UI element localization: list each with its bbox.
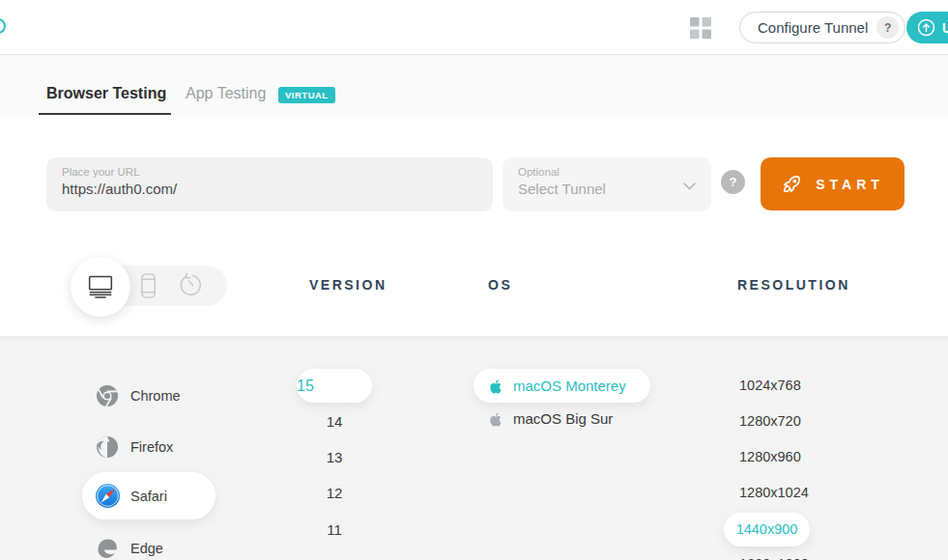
device-desktop-button[interactable] bbox=[71, 257, 130, 317]
top-bar: Configure Tunnel ? U bbox=[0, 0, 948, 55]
configure-tunnel-button[interactable]: Configure Tunnel ? bbox=[739, 12, 905, 43]
tunnel-select-label: Optional bbox=[518, 166, 696, 178]
resolution-item[interactable]: 1280x720 bbox=[739, 413, 801, 429]
tunnel-select-value: Select Tunnel bbox=[518, 181, 696, 197]
url-field[interactable]: Place your URL bbox=[46, 157, 493, 211]
url-input[interactable] bbox=[62, 181, 468, 197]
device-mobile-button[interactable] bbox=[137, 272, 159, 302]
browser-label: Edge bbox=[130, 541, 163, 556]
os-label: macOS Big Sur bbox=[513, 410, 613, 427]
history-icon bbox=[180, 272, 206, 298]
tab-bar: Browser Testing App Testing VIRTUAL bbox=[0, 55, 948, 116]
resolution-item[interactable]: 1024x768 bbox=[739, 378, 801, 393]
desktop-icon bbox=[84, 273, 117, 300]
safari-icon bbox=[95, 483, 121, 509]
browser-item-edge[interactable]: Edge bbox=[82, 526, 215, 560]
configuration-list: Chrome Firefox Safari bbox=[0, 336, 948, 560]
apps-grid-icon[interactable] bbox=[690, 17, 711, 39]
browser-item-chrome[interactable]: Chrome bbox=[82, 374, 215, 418]
start-label: START bbox=[816, 177, 884, 192]
apple-icon bbox=[489, 378, 503, 394]
os-item[interactable]: macOS Big Sur bbox=[474, 410, 667, 427]
chrome-icon bbox=[96, 384, 119, 407]
rocket-icon bbox=[781, 173, 803, 195]
tab-app-testing[interactable]: App Testing bbox=[186, 85, 266, 102]
browser-item-safari-selected[interactable]: Safari bbox=[82, 472, 215, 519]
url-field-label: Place your URL bbox=[62, 166, 477, 178]
tab-browser-testing[interactable]: Browser Testing bbox=[46, 85, 166, 102]
firefox-icon bbox=[96, 435, 119, 459]
browser-label: Firefox bbox=[130, 439, 173, 455]
column-header-os: OS bbox=[488, 277, 512, 293]
version-item[interactable]: 14 bbox=[297, 413, 372, 430]
launch-form: Place your URL Optional Select Tunnel ? … bbox=[0, 116, 948, 336]
version-item[interactable]: 11 bbox=[297, 521, 372, 538]
version-item[interactable]: 13 bbox=[297, 449, 372, 465]
virtual-badge: VIRTUAL bbox=[278, 87, 335, 103]
active-tab-underline bbox=[39, 113, 171, 115]
column-header-version: VERSION bbox=[309, 277, 388, 293]
apple-icon bbox=[489, 411, 503, 427]
os-label: macOS Monterey bbox=[513, 378, 626, 394]
brand-logo-icon bbox=[0, 18, 6, 34]
browser-testing-page: Configure Tunnel ? U Browser Testing App… bbox=[0, 0, 948, 560]
resolution-item[interactable]: 1280x1024 bbox=[739, 485, 809, 500]
browser-item-firefox[interactable]: Firefox bbox=[82, 425, 215, 469]
resolution-item-selected[interactable]: 1440x900 bbox=[724, 513, 810, 546]
edge-icon bbox=[96, 537, 119, 560]
start-button[interactable]: START bbox=[761, 157, 905, 210]
version-item[interactable]: 12 bbox=[297, 485, 372, 501]
arrow-up-circle-icon bbox=[917, 18, 935, 37]
resolution-item[interactable]: 1600x1200 bbox=[739, 556, 809, 560]
browser-label: Safari bbox=[130, 489, 167, 504]
version-item-selected[interactable]: 15 bbox=[297, 369, 372, 403]
configure-tunnel-label: Configure Tunnel bbox=[758, 19, 868, 36]
mobile-icon bbox=[137, 272, 159, 299]
help-icon[interactable]: ? bbox=[721, 170, 745, 194]
browser-label: Chrome bbox=[130, 388, 181, 404]
resolution-item[interactable]: 1280x960 bbox=[739, 449, 801, 464]
os-item-selected[interactable]: macOS Monterey bbox=[474, 369, 650, 403]
tunnel-help-icon[interactable]: ? bbox=[876, 16, 899, 39]
column-header-resolution: RESOLUTION bbox=[737, 277, 850, 293]
session-history-button[interactable] bbox=[180, 272, 206, 301]
upgrade-label: U bbox=[942, 20, 948, 36]
upgrade-button[interactable]: U bbox=[906, 12, 948, 43]
chevron-down-icon bbox=[683, 182, 696, 190]
tunnel-select[interactable]: Optional Select Tunnel bbox=[503, 157, 711, 211]
